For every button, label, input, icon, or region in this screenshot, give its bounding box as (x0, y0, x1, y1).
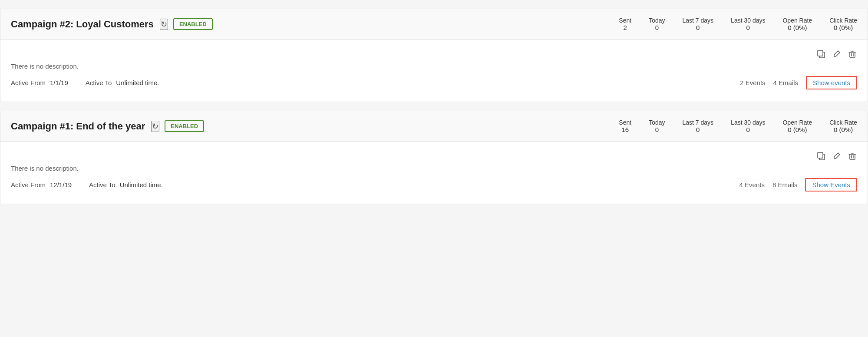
enabled-badge-1[interactable]: ENABLED (165, 120, 204, 132)
stat-click-rate-2: Click Rate 0 (0%) (829, 17, 857, 31)
svg-rect-2 (850, 52, 855, 57)
campaign-body-2: There is no description. Active From 1/1… (0, 40, 868, 102)
svg-rect-4 (818, 152, 823, 158)
action-icons-2 (816, 49, 857, 61)
page-wrapper: Campaign #2: Loyal Customers ↻ ENABLED S… (0, 0, 868, 337)
stat-click-rate-value-2: 0 (0%) (829, 24, 857, 31)
description-2: There is no description. (11, 63, 857, 70)
stat-last7-label-1: Last 7 days (682, 119, 713, 126)
emails-count-1: 8 Emails (772, 181, 798, 188)
campaign-title-2: Campaign #2: Loyal Customers (11, 19, 154, 30)
stat-today-label-1: Today (649, 119, 665, 126)
stat-today-2: Today 0 (649, 17, 665, 31)
active-to-value-1: Unlimited time. (120, 181, 163, 188)
copy-button-2[interactable] (816, 49, 826, 61)
stat-today-label-2: Today (649, 17, 665, 24)
active-from-label-1: Active From (11, 181, 46, 188)
campaign-header-2: Campaign #2: Loyal Customers ↻ ENABLED S… (0, 9, 868, 40)
events-count-1: 4 Events (739, 181, 765, 188)
campaign-body-1: There is no description. Active From 12/… (0, 142, 868, 204)
events-count-2: 2 Events (740, 79, 765, 86)
stat-sent-value-2: 2 (619, 24, 631, 31)
description-1: There is no description. (11, 165, 857, 172)
stat-sent-label-1: Sent (619, 119, 631, 126)
stat-last30-label-1: Last 30 days (731, 119, 765, 126)
stat-sent-1: Sent 16 (619, 119, 631, 133)
stat-last30-value-1: 0 (731, 126, 765, 133)
show-events-button-2[interactable]: Show events (806, 76, 857, 89)
stat-last30-label-2: Last 30 days (731, 17, 765, 24)
show-events-button-1[interactable]: Show Events (805, 178, 857, 192)
stat-open-rate-value-1: 0 (0%) (782, 126, 812, 133)
campaign-footer-1: Active From 12/1/19 Active To Unlimited … (11, 178, 857, 192)
campaign-footer-2: Active From 1/1/19 Active To Unlimited t… (11, 76, 857, 89)
stat-open-rate-label-1: Open Rate (782, 119, 812, 126)
active-to-value-2: Unlimited time. (116, 79, 159, 86)
stat-today-value-1: 0 (649, 126, 665, 133)
campaign-card-1: Campaign #1: End of the year ↻ ENABLED S… (0, 111, 868, 204)
stat-last30-2: Last 30 days 0 (731, 17, 765, 31)
refresh-icon-1[interactable]: ↻ (151, 121, 159, 132)
stat-open-rate-2: Open Rate 0 (0%) (782, 17, 812, 31)
svg-rect-5 (850, 154, 855, 159)
enabled-badge-2[interactable]: ENABLED (173, 18, 213, 30)
campaign-card-2: Campaign #2: Loyal Customers ↻ ENABLED S… (0, 9, 868, 102)
stat-click-rate-label-1: Click Rate (829, 119, 857, 126)
campaign-header-1: Campaign #1: End of the year ↻ ENABLED S… (0, 111, 868, 142)
stat-last30-value-2: 0 (731, 24, 765, 31)
delete-button-1[interactable] (848, 151, 857, 163)
body-top-row-2 (11, 49, 857, 61)
stat-sent-label-2: Sent (619, 17, 631, 24)
stat-click-rate-1: Click Rate 0 (0%) (829, 119, 857, 133)
stat-open-rate-value-2: 0 (0%) (782, 24, 812, 31)
active-from-value-1: 12/1/19 (50, 181, 72, 188)
stat-sent-2: Sent 2 (619, 17, 631, 31)
footer-right-2: 2 Events 4 Emails Show events (740, 76, 857, 89)
edit-button-1[interactable] (832, 151, 842, 163)
stat-last7-label-2: Last 7 days (682, 17, 713, 24)
stats-area-2: Sent 2 Today 0 Last 7 days 0 Last 30 day… (619, 17, 857, 31)
stat-last30-1: Last 30 days 0 (731, 119, 765, 133)
edit-button-2[interactable] (832, 49, 842, 61)
stat-last7-value-2: 0 (682, 24, 713, 31)
svg-rect-1 (818, 50, 823, 56)
stat-today-value-2: 0 (649, 24, 665, 31)
active-to-label-2: Active To (86, 79, 112, 86)
action-icons-1 (816, 151, 857, 163)
stat-click-rate-label-2: Click Rate (829, 17, 857, 24)
campaign-title-1: Campaign #1: End of the year (11, 121, 145, 132)
stat-last7-2: Last 7 days 0 (682, 17, 713, 31)
emails-count-2: 4 Emails (773, 79, 799, 86)
stat-click-rate-value-1: 0 (0%) (829, 126, 857, 133)
stat-open-rate-label-2: Open Rate (782, 17, 812, 24)
stats-area-1: Sent 16 Today 0 Last 7 days 0 Last 30 da… (619, 119, 857, 133)
stat-last7-value-1: 0 (682, 126, 713, 133)
delete-button-2[interactable] (848, 49, 857, 61)
footer-right-1: 4 Events 8 Emails Show Events (739, 178, 857, 192)
active-to-label-1: Active To (89, 181, 116, 188)
body-top-row-1 (11, 151, 857, 163)
copy-button-1[interactable] (816, 151, 826, 163)
stat-sent-value-1: 16 (619, 126, 631, 133)
refresh-icon-2[interactable]: ↻ (160, 19, 168, 30)
active-from-label-2: Active From (11, 79, 46, 86)
stat-open-rate-1: Open Rate 0 (0%) (782, 119, 812, 133)
stat-today-1: Today 0 (649, 119, 665, 133)
stat-last7-1: Last 7 days 0 (682, 119, 713, 133)
active-from-value-2: 1/1/19 (50, 79, 68, 86)
